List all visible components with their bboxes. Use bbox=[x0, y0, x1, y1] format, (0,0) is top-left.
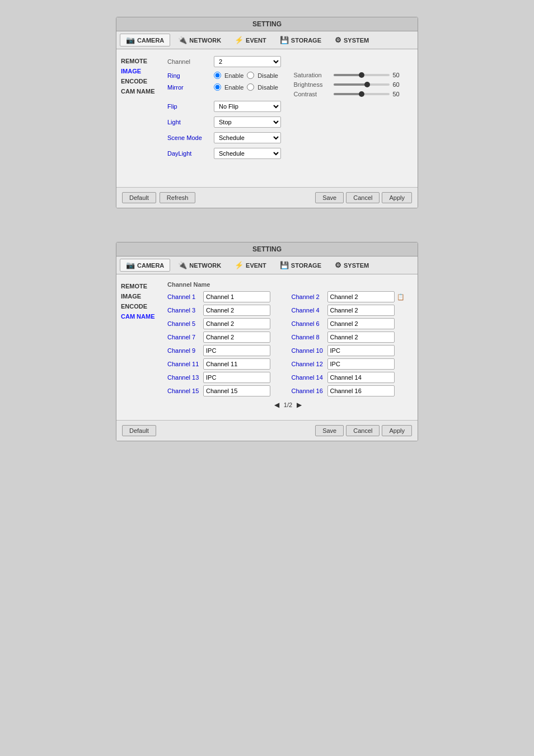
light-row: Light Stop Schedule bbox=[167, 116, 409, 128]
bottom-bar-2: Default Save Cancel Apply bbox=[116, 420, 418, 441]
channel-row-ch4: Channel 4 bbox=[292, 305, 409, 316]
light-label: Light bbox=[167, 119, 209, 125]
ch4-input[interactable] bbox=[327, 305, 395, 316]
tab-system-label-2: SYSTEM bbox=[344, 262, 369, 269]
tab-network-label-1: NETWORK bbox=[189, 37, 221, 44]
brightness-track[interactable] bbox=[334, 83, 390, 86]
ring-label: Ring bbox=[167, 72, 209, 79]
apply-button-2[interactable]: Apply bbox=[382, 425, 412, 436]
default-button-2[interactable]: Default bbox=[122, 425, 156, 436]
ch2-label: Channel 2 bbox=[292, 293, 325, 300]
system-icon-1: ⚙ bbox=[335, 36, 341, 44]
camera-icon-1: 📷 bbox=[126, 36, 135, 44]
ch15-input[interactable] bbox=[203, 385, 270, 396]
tab-camera-label-1: CAMERA bbox=[137, 37, 164, 44]
content-image: Channel 2 1 3 Ring Enable bbox=[163, 54, 413, 183]
ring-enable-label: Enable bbox=[224, 72, 243, 79]
sidebar-remote-2[interactable]: REMOTE bbox=[121, 281, 163, 291]
contrast-track[interactable] bbox=[334, 93, 390, 95]
tab-system-2[interactable]: ⚙ SYSTEM bbox=[329, 259, 374, 271]
ring-disable-radio[interactable] bbox=[247, 72, 254, 79]
ch2-input[interactable] bbox=[327, 291, 395, 302]
tab-storage-1[interactable]: 💾 STORAGE bbox=[274, 34, 327, 46]
save-button-1[interactable]: Save bbox=[315, 192, 344, 203]
tab-network-2[interactable]: 🔌 NETWORK bbox=[172, 259, 227, 271]
ch11-input[interactable] bbox=[203, 358, 270, 370]
brightness-fill bbox=[334, 83, 367, 86]
sidebar-image-1[interactable]: IMAGE bbox=[121, 66, 163, 76]
page-prev-button[interactable]: ◀ bbox=[274, 401, 279, 409]
ch2-copy-button[interactable]: 📋 bbox=[397, 293, 405, 301]
sidebar-image-2[interactable]: IMAGE bbox=[121, 291, 163, 301]
channel-row-ch7: Channel 7 bbox=[167, 332, 285, 343]
channel-row-ch15: Channel 15 bbox=[167, 385, 285, 396]
daylight-select[interactable]: Schedule Auto bbox=[214, 148, 281, 159]
ring-radio-group: Enable Disable bbox=[214, 72, 278, 79]
tab-event-1[interactable]: ⚡ EVENT bbox=[229, 34, 272, 46]
ch1-input[interactable] bbox=[203, 291, 270, 302]
saturation-fill bbox=[334, 74, 362, 76]
tab-system-1[interactable]: ⚙ SYSTEM bbox=[329, 34, 374, 46]
tab-network-1[interactable]: 🔌 NETWORK bbox=[172, 34, 227, 46]
cancel-button-1[interactable]: Cancel bbox=[346, 192, 380, 203]
ch12-input[interactable] bbox=[327, 358, 395, 370]
cancel-button-2[interactable]: Cancel bbox=[346, 425, 380, 436]
mirror-enable-radio[interactable] bbox=[214, 83, 221, 91]
scenemode-select[interactable]: Schedule Auto bbox=[214, 132, 281, 143]
channel-row-ch14: Channel 14 bbox=[292, 372, 409, 383]
ch12-label: Channel 12 bbox=[292, 361, 325, 367]
bottom-bar-right-2: Save Cancel Apply bbox=[315, 425, 412, 436]
event-icon-1: ⚡ bbox=[235, 36, 243, 44]
bottom-bar-left-1: Default Refresh bbox=[122, 192, 195, 203]
refresh-button-1[interactable]: Refresh bbox=[160, 192, 196, 203]
channel-row-ch8: Channel 8 bbox=[292, 332, 409, 343]
ch7-label: Channel 7 bbox=[167, 334, 201, 340]
ch9-input[interactable] bbox=[203, 345, 270, 356]
tab-camera-1[interactable]: 📷 CAMERA bbox=[120, 34, 170, 46]
ch14-input[interactable] bbox=[327, 372, 395, 383]
sidebar-camname-2[interactable]: CAM NAME bbox=[121, 311, 163, 321]
tab-system-label-1: SYSTEM bbox=[344, 37, 369, 44]
ch10-input[interactable] bbox=[327, 345, 395, 356]
mirror-disable-radio[interactable] bbox=[247, 83, 254, 91]
ch8-label: Channel 8 bbox=[292, 334, 325, 340]
ch16-input[interactable] bbox=[327, 385, 395, 396]
ch6-input[interactable] bbox=[327, 318, 395, 329]
channel-select[interactable]: 2 1 3 bbox=[214, 56, 281, 67]
mirror-radio-group: Enable Disable bbox=[214, 83, 278, 91]
apply-button-1[interactable]: Apply bbox=[382, 192, 412, 203]
brightness-row: Brightness 60 bbox=[294, 81, 409, 88]
ch3-input[interactable] bbox=[203, 305, 270, 316]
storage-icon-2: 💾 bbox=[280, 261, 289, 269]
page-next-button[interactable]: ▶ bbox=[297, 401, 302, 409]
saturation-track[interactable] bbox=[334, 74, 390, 76]
sidebar-encode-2[interactable]: ENCODE bbox=[121, 301, 163, 311]
ring-enable-radio[interactable] bbox=[214, 72, 221, 79]
ch5-input[interactable] bbox=[203, 318, 270, 329]
ch9-label: Channel 9 bbox=[167, 347, 201, 354]
storage-icon-1: 💾 bbox=[280, 36, 289, 44]
sidebar-encode-1[interactable]: ENCODE bbox=[121, 76, 163, 86]
flip-select[interactable]: No Flip Flip bbox=[214, 101, 281, 112]
ch7-input[interactable] bbox=[203, 332, 270, 343]
saturation-thumb bbox=[359, 72, 364, 78]
light-select[interactable]: Stop Schedule bbox=[214, 116, 281, 128]
ch14-label: Channel 14 bbox=[292, 374, 325, 381]
system-icon-2: ⚙ bbox=[335, 261, 341, 269]
sidebar-remote-1[interactable]: REMOTE bbox=[121, 56, 163, 66]
sidebar-camname-1[interactable]: CAM NAME bbox=[121, 86, 163, 96]
channel-row-ch12: Channel 12 bbox=[292, 358, 409, 370]
contrast-thumb bbox=[359, 91, 364, 97]
tab-network-label-2: NETWORK bbox=[189, 262, 221, 269]
channel-row-ch16: Channel 16 bbox=[292, 385, 409, 396]
mirror-enable-label: Enable bbox=[224, 84, 243, 91]
ch13-input[interactable] bbox=[203, 372, 270, 383]
tab-storage-2[interactable]: 💾 STORAGE bbox=[274, 259, 327, 271]
tab-event-2[interactable]: ⚡ EVENT bbox=[229, 259, 272, 271]
default-button-1[interactable]: Default bbox=[122, 192, 156, 203]
ch8-input[interactable] bbox=[327, 332, 395, 343]
save-button-2[interactable]: Save bbox=[315, 425, 344, 436]
ch10-label: Channel 10 bbox=[292, 347, 325, 354]
tab-camera-2[interactable]: 📷 CAMERA bbox=[120, 259, 170, 272]
channel-label: Channel bbox=[167, 58, 209, 65]
